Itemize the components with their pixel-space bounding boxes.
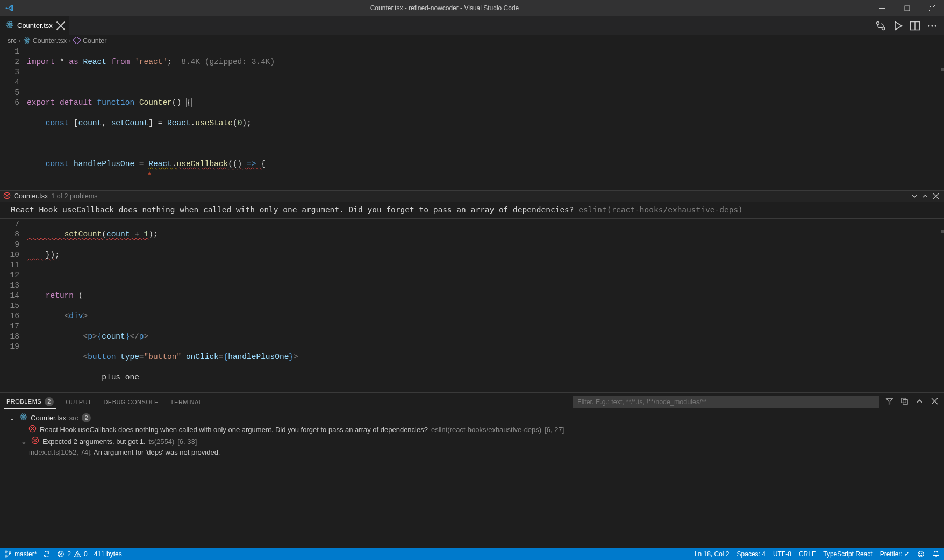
svg-point-16	[935, 25, 936, 26]
bottom-panel: PROBLEMS 2 OUTPUT DEBUG CONSOLE TERMINAL…	[0, 392, 944, 548]
svg-point-41	[5, 551, 7, 552]
status-cursor-position[interactable]: Ln 18, Col 2	[695, 550, 730, 558]
code-content[interactable]: import * as React from 'react'; 8.4K (gz…	[27, 47, 944, 190]
status-prettier[interactable]: Prettier: ✓	[880, 550, 910, 558]
feedback-icon[interactable]	[917, 550, 925, 558]
editor-tab-active[interactable]: Counter.tsx	[0, 16, 69, 35]
status-problems[interactable]: 2 0	[57, 550, 87, 558]
svg-rect-28	[903, 399, 907, 404]
error-icon	[31, 436, 39, 446]
filter-icon[interactable]	[884, 397, 895, 407]
minimap[interactable]	[939, 47, 944, 190]
window-maximize-button[interactable]	[895, 0, 919, 16]
svg-point-11	[882, 27, 885, 30]
inline-problem-close-button[interactable]	[931, 191, 941, 201]
status-eol[interactable]: CRLF	[799, 550, 816, 558]
warning-icon	[74, 550, 81, 558]
status-language-mode[interactable]: TypeScript React	[823, 550, 872, 558]
chevron-down-icon[interactable]: ⌄	[8, 414, 16, 422]
window-title: Counter.tsx - refined-nowcoder - Visual …	[19, 4, 870, 12]
tab-debug-console[interactable]: DEBUG CONSOLE	[101, 397, 160, 407]
svg-point-43	[9, 552, 11, 554]
code-editor-section-top[interactable]: 123456 import * as React from 'react'; 8…	[0, 47, 944, 190]
inline-problem-message: React Hook useCallback does nothing when…	[0, 202, 944, 219]
tab-label: Counter.tsx	[17, 21, 53, 30]
react-file-icon	[19, 413, 27, 422]
matching-brace-highlight: {	[186, 98, 192, 107]
editor-tab-bar: Counter.tsx	[0, 16, 944, 35]
split-editor-icon[interactable]	[910, 20, 920, 31]
svg-point-51	[922, 553, 922, 554]
error-icon	[3, 192, 11, 201]
react-file-icon	[23, 37, 31, 46]
code-content[interactable]: setCount(count + 1); }); return ( <div> …	[27, 219, 944, 392]
problem-subrow[interactable]: index.d.ts[1052, 74]: An argument for 'd…	[3, 447, 941, 457]
status-file-size[interactable]: 411 bytes	[94, 550, 122, 558]
svg-point-14	[928, 25, 929, 26]
react-file-icon	[5, 20, 14, 31]
status-encoding[interactable]: UTF-8	[773, 550, 791, 558]
inline-problem-count: 1 of 2 problems	[51, 192, 97, 200]
svg-point-17	[26, 39, 27, 40]
problem-row[interactable]: ⌄ React Hook useCallback does nothing wh…	[3, 423, 941, 435]
notifications-icon[interactable]	[932, 550, 940, 558]
panel-close-icon[interactable]	[929, 398, 940, 406]
chevron-right-icon: ›	[19, 37, 21, 45]
more-actions-icon[interactable]	[927, 20, 938, 31]
tab-problems[interactable]: PROBLEMS 2	[4, 395, 56, 409]
git-branch-icon	[4, 550, 12, 558]
breadcrumb-segment[interactable]: Counter.tsx	[33, 37, 67, 45]
run-icon[interactable]	[892, 20, 903, 31]
previous-problem-button[interactable]	[920, 191, 930, 201]
breadcrumb-segment[interactable]: src	[8, 37, 17, 45]
inline-problem-file: Counter.tsx	[14, 192, 48, 200]
vscode-logo-icon	[0, 4, 19, 12]
status-sync[interactable]	[43, 550, 51, 558]
svg-point-4	[9, 24, 11, 26]
status-git-branch[interactable]: master*	[4, 550, 37, 558]
breadcrumb[interactable]: src › Counter.tsx › Counter	[0, 35, 944, 47]
svg-rect-27	[901, 398, 905, 402]
line-number-gutter: 78910111213141516171819	[0, 219, 27, 392]
compare-changes-icon[interactable]	[875, 20, 886, 31]
symbol-function-icon	[73, 37, 81, 46]
tab-terminal[interactable]: TERMINAL	[168, 397, 205, 407]
panel-maximize-icon[interactable]	[914, 398, 925, 406]
svg-point-49	[918, 551, 924, 557]
svg-rect-1	[905, 6, 910, 11]
collapse-all-icon[interactable]	[899, 397, 910, 407]
next-problem-button[interactable]	[910, 191, 919, 201]
error-icon	[28, 425, 37, 434]
problems-list: ⌄ Counter.tsx src 2 ⌄ React Hook useCall…	[0, 411, 944, 548]
svg-point-50	[919, 553, 920, 554]
status-bar: master* 2 0 411 bytes Ln 18, Col 2 Space…	[0, 548, 944, 560]
panel-tabs: PROBLEMS 2 OUTPUT DEBUG CONSOLE TERMINAL	[0, 393, 944, 411]
svg-point-10	[877, 21, 879, 24]
problems-filter-input[interactable]	[573, 396, 879, 408]
window-close-button[interactable]	[919, 0, 944, 16]
sync-icon	[43, 550, 51, 558]
inline-problem-header: Counter.tsx 1 of 2 problems	[0, 190, 944, 202]
error-caret-icon: ▲	[148, 168, 151, 178]
problem-row[interactable]: ⌄ Expected 2 arguments, but got 1. ts(25…	[3, 435, 941, 447]
window-minimize-button[interactable]	[870, 0, 895, 16]
window-title-bar: Counter.tsx - refined-nowcoder - Visual …	[0, 0, 944, 16]
svg-point-15	[931, 25, 933, 26]
code-editor-section-bottom[interactable]: 78910111213141516171819 setCount(count +…	[0, 219, 944, 392]
problems-count-badge: 2	[45, 397, 54, 406]
problems-file-row[interactable]: ⌄ Counter.tsx src 2	[3, 412, 941, 423]
chevron-down-icon[interactable]: ⌄	[19, 437, 28, 446]
svg-point-31	[23, 416, 24, 418]
line-number-gutter: 123456	[0, 47, 27, 190]
file-problem-count-badge: 2	[82, 413, 91, 422]
svg-rect-21	[73, 37, 81, 44]
breadcrumb-segment[interactable]: Counter	[83, 37, 106, 45]
svg-point-48	[77, 556, 78, 556]
svg-point-42	[5, 556, 7, 557]
chevron-right-icon: ›	[69, 37, 71, 45]
minimap[interactable]	[939, 219, 944, 392]
error-icon	[57, 550, 65, 558]
tab-close-button[interactable]	[56, 21, 66, 31]
status-indentation[interactable]: Spaces: 4	[737, 550, 766, 558]
tab-output[interactable]: OUTPUT	[63, 397, 94, 407]
